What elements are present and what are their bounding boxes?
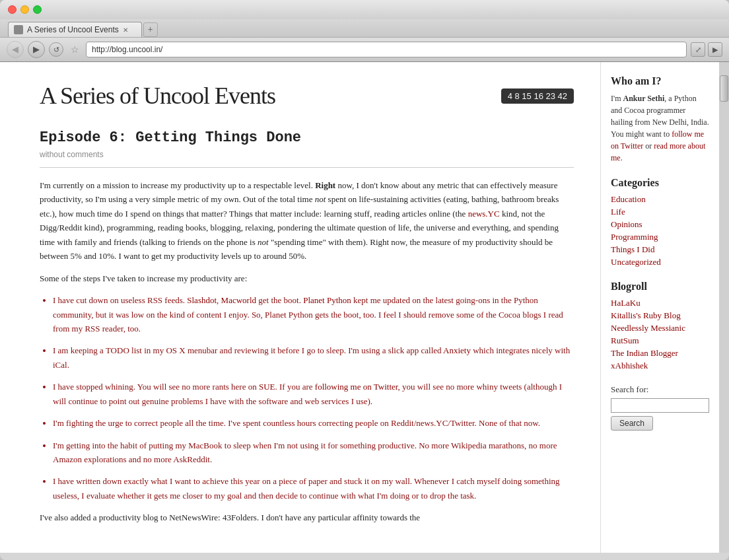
article-meta: without comments (40, 150, 574, 168)
sidebar-who-text: I'm Ankur Sethi, a Python and Cocoa prog… (611, 92, 709, 164)
macworld-link[interactable]: Macworld (221, 295, 256, 305)
category-link-opinions[interactable]: Opinions (611, 219, 709, 230)
list-item: I have stopped whining. You will see no … (53, 380, 574, 408)
nav-right-icons: ⤢ ▶ (691, 42, 722, 57)
article-list: I have cut down on useless RSS feeds. Sl… (53, 293, 574, 503)
article-paragraph-final: I've also added a productivity blog to N… (40, 510, 574, 524)
search-input[interactable] (611, 398, 709, 413)
reload-icon: ↺ (53, 46, 59, 54)
article-title: Episode 6: Getting Things Done (40, 129, 574, 146)
article-paragraph-2: Some of the steps I've taken to increase… (40, 271, 574, 285)
category-link-things-i-did[interactable]: Things I Did (611, 244, 709, 255)
nav-extra-icon: ▶ (712, 46, 718, 54)
category-link-uncategorized[interactable]: Uncategorized (611, 257, 709, 267)
traffic-lights (8, 5, 42, 14)
tab-close-icon[interactable]: ✕ (123, 26, 128, 34)
blogroll-link-indian-blogger[interactable]: The Indian Blogger (611, 348, 709, 359)
sue-link[interactable]: SUE (259, 382, 275, 392)
bookmark-button[interactable]: ☆ (67, 42, 82, 57)
back-button[interactable]: ◀ (7, 41, 24, 58)
star-icon: ☆ (71, 44, 79, 55)
blogroll-link-xabhishek[interactable]: xAbhishek (611, 361, 709, 371)
page-content: A Series of Uncool Events 4 8 15 16 23 4… (0, 62, 729, 553)
navigation-bar: ◀ ▶ ↺ ☆ ⤢ ▶ (0, 37, 729, 62)
back-icon: ◀ (12, 44, 18, 55)
search-button[interactable]: Search (611, 416, 653, 431)
resize-icon-button[interactable]: ⤢ (691, 42, 705, 57)
sidebar-who-section: Who am I? I'm Ankur Sethi, a Python and … (611, 75, 709, 164)
list-item: I'm fighting the urge to correct people … (53, 416, 574, 430)
main-content: A Series of Uncool Events 4 8 15 16 23 4… (0, 62, 600, 553)
maximize-button[interactable] (33, 5, 42, 14)
category-link-programming[interactable]: Programming (611, 232, 709, 242)
sidebar-blogroll-heading: Blogroll (611, 281, 709, 293)
search-label: Search for: (611, 384, 709, 395)
active-tab[interactable]: A Series of Uncool Events ✕ (8, 22, 142, 37)
list-item: I have written down exactly what I want … (53, 474, 574, 503)
list-item: I am keeping a TODO list in my OS X menu… (53, 343, 574, 372)
blogroll-link-needlessly-messianic[interactable]: Needlessly Messianic (611, 323, 709, 333)
reload-button[interactable]: ↺ (49, 42, 63, 57)
category-link-education[interactable]: Education (611, 194, 709, 205)
tab-title: A Series of Uncool Events (27, 25, 119, 34)
article-paragraph-1: I'm currently on a mission to increase m… (40, 178, 574, 263)
site-title: A Series of Uncool Events (40, 82, 275, 110)
close-button[interactable] (8, 5, 17, 14)
title-bar (0, 0, 729, 19)
tab-bar: A Series of Uncool Events ✕ + (0, 19, 729, 37)
site-header: A Series of Uncool Events 4 8 15 16 23 4… (40, 82, 574, 116)
tab-favicon (14, 25, 23, 34)
sidebar-categories-section: Categories Education Life Opinions Progr… (611, 177, 709, 267)
forward-button[interactable]: ▶ (28, 41, 45, 58)
scrollbar[interactable] (719, 62, 729, 553)
browser-window: A Series of Uncool Events ✕ + ◀ ▶ ↺ ☆ ⤢ … (0, 0, 729, 560)
news-yc-link[interactable]: news.YC (468, 209, 500, 219)
list-item: I have cut down on useless RSS feeds. Sl… (53, 293, 574, 335)
blogroll-link-rutsum[interactable]: RutSum (611, 335, 709, 346)
sidebar-blogroll-section: Blogroll HaLaKu Kitallis's Ruby Blog Nee… (611, 281, 709, 371)
lottery-numbers: 4 8 15 16 23 42 (501, 88, 574, 104)
sidebar-search-section: Search for: Search (611, 384, 709, 431)
minimize-button[interactable] (20, 5, 29, 14)
sidebar: Who am I? I'm Ankur Sethi, a Python and … (600, 62, 719, 553)
forward-icon: ▶ (33, 44, 40, 55)
blogroll-link-kitallis[interactable]: Kitallis's Ruby Blog (611, 310, 709, 321)
new-tab-button[interactable]: + (143, 22, 158, 37)
scrollbar-thumb[interactable] (720, 75, 728, 102)
list-item: I'm getting into the habit of putting my… (53, 438, 574, 467)
twitter-follow-link[interactable]: following me on Twitter (315, 382, 398, 392)
planet-python-link[interactable]: Planet Python (303, 295, 351, 305)
article-body: I'm currently on a mission to increase m… (40, 178, 574, 525)
blogroll-link-halaku[interactable]: HaLaKu (611, 298, 709, 308)
url-bar[interactable] (86, 42, 687, 57)
resize-icon: ⤢ (695, 46, 701, 54)
slashdot-link[interactable]: Slashdot (187, 295, 217, 305)
category-link-life[interactable]: Life (611, 207, 709, 217)
anxiety-link[interactable]: Anxiety (443, 345, 471, 355)
sidebar-categories-heading: Categories (611, 177, 709, 189)
article: Episode 6: Getting Things Done without c… (40, 129, 574, 525)
sidebar-who-heading: Who am I? (611, 75, 709, 87)
nav-extra-button[interactable]: ▶ (708, 42, 722, 57)
